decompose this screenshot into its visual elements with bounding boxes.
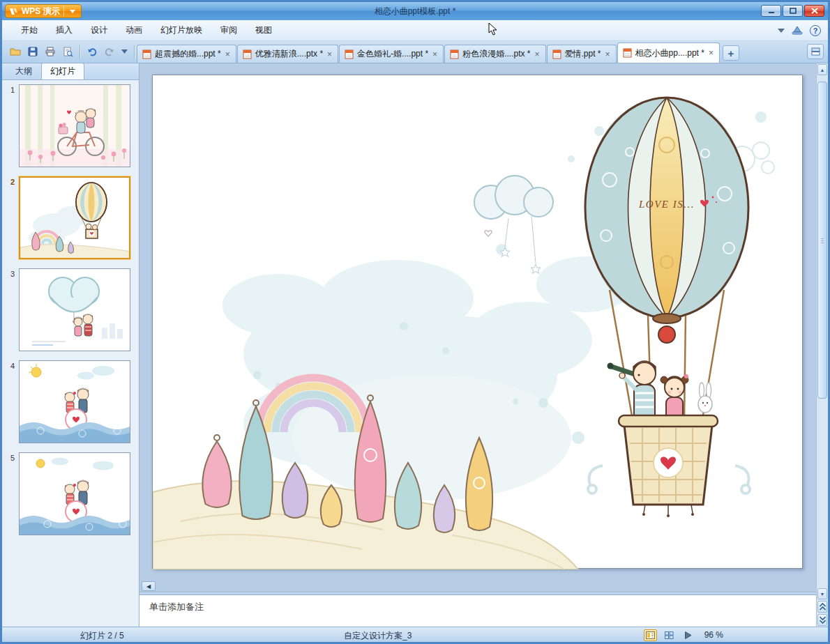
doc-tab-5[interactable]: 爱情.ppt * × [547,45,617,63]
doc-tab-label: 相恋小曲pp....ppt * [635,47,704,59]
app-window: WPS 演示 相恋小曲ppt模板.ppt * 开始 插入 设计 动画 幻灯片放映… [0,0,830,644]
ribbon-collapse-icon[interactable] [778,29,785,33]
menu-item-design[interactable]: 设计 [82,21,116,40]
new-tab-button[interactable]: + [723,45,739,61]
menu-item-review[interactable]: 审阅 [211,21,246,40]
doc-tab-label: 粉色浪漫婚....ptx * [462,48,530,60]
slide-thumbnail-1[interactable]: 1 [2,84,139,167]
document-tabs: 超震撼的婚...ppt * × 优雅清新浪....ptx * × 金色婚礼-婚.… [137,41,720,63]
undo-icon [86,46,98,57]
normal-view-icon [646,631,655,639]
redo-button[interactable] [102,44,117,59]
menu-item-insert[interactable]: 插入 [47,21,82,40]
wps-logo-icon [9,7,18,16]
minimize-button[interactable] [761,5,781,17]
editor-main: LOVE IS... [139,63,816,627]
app-menu-button[interactable]: WPS 演示 [5,4,82,18]
menu-item-view[interactable]: 视图 [246,21,281,40]
doc-tab-label: 金色婚礼-婚....ppt * [357,48,428,60]
ppt-doc-icon [243,49,252,59]
scrollbar-track[interactable] [817,76,828,588]
printer-icon [45,46,56,57]
doc-tab-1[interactable]: 超震撼的婚...ppt * × [137,45,236,63]
thumbnail-image [19,268,130,351]
menubar-right-icons: ? [778,25,821,36]
doc-tab-label: 优雅清新浪....ptx * [255,48,323,60]
slide-thumbnail-2-selected[interactable]: 2 [2,176,139,259]
scroll-up-button[interactable]: ▲ [817,64,827,75]
doc-tab-label: 爱情.ppt * [565,48,601,60]
tab-close-icon[interactable]: × [326,50,333,59]
slide-number: 2 [2,176,19,259]
down-arrow-icon: ▼ [820,592,825,597]
tab-slides[interactable]: 幻灯片 [41,63,84,79]
doc-tab-2[interactable]: 优雅清新浪....ptx * × [237,45,338,63]
notes-placeholder: 单击添加备注 [149,601,204,612]
tab-close-icon[interactable]: × [432,50,438,59]
slide-thumbnail-4[interactable]: 4 [2,360,139,443]
slide-thumbnail-3[interactable]: 3 [2,268,139,351]
new-tab-glyph: + [728,47,734,59]
balloon-basket [619,415,718,517]
normal-view-button[interactable] [644,629,657,641]
tab-close-icon[interactable]: × [534,50,540,59]
save-button[interactable] [25,44,40,59]
thumbnail-image [19,360,130,443]
play-icon [684,631,692,639]
statusbar: 幻灯片 2 / 5 自定义设计方案_3 96 % [2,627,828,642]
close-button[interactable] [804,5,824,17]
window-controls [761,5,824,17]
slide-canvas[interactable]: LOVE IS... [152,75,803,569]
folder-icon [10,46,21,57]
document-tabbar: 超震撼的婚...ppt * × 优雅清新浪....ptx * × 金色婚礼-婚.… [2,41,828,63]
menubar: 开始 插入 设计 动画 幻灯片放映 审阅 视图 ? [2,20,828,41]
open-file-button[interactable] [8,44,23,59]
content-area: 大纲 幻灯片 1 [2,63,828,627]
tab-close-icon[interactable]: × [708,49,714,57]
app-button-label: WPS 演示 [22,6,60,17]
menu-item-home[interactable]: 开始 [12,21,47,40]
next-slide-button[interactable] [817,614,827,626]
app-button-divider [63,6,64,16]
print-preview-button[interactable] [60,44,75,59]
doc-tab-4[interactable]: 粉色浪漫婚....ptx * × [444,45,545,63]
ppt-doc-icon [345,49,354,59]
tab-outline[interactable]: 大纲 [6,63,41,79]
slide-number: 1 [2,84,19,167]
double-chevron-up-icon [820,603,826,611]
panel-tabs: 大纲 幻灯片 [2,63,139,80]
thumbnail-image [19,452,130,535]
undo-button[interactable] [84,44,100,59]
print-preview-icon [62,46,73,57]
design-scheme-label: 自定义设计方案_3 [344,630,412,642]
slide-sorter-button[interactable] [663,629,676,641]
slide-thumbnail-5[interactable]: 5 [2,452,139,535]
help-icon[interactable]: ? [810,25,821,36]
toolbar-more-button[interactable] [119,44,129,59]
tab-close-icon[interactable]: × [605,50,611,59]
previous-slide-button[interactable] [817,601,827,613]
slide-sorter-icon [665,631,674,639]
menu-item-slideshow[interactable]: 幻灯片放映 [151,21,211,40]
ppt-doc-icon [450,49,459,59]
skin-style-icon[interactable] [792,25,803,36]
rabbit [698,383,712,413]
slideshow-button[interactable] [681,629,695,641]
doc-tab-6-active[interactable]: 相恋小曲pp....ppt * × [617,43,720,63]
doc-tab-3[interactable]: 金色婚礼-婚....ppt * × [339,45,444,63]
notes-pane[interactable]: 单击添加备注 [139,595,816,627]
scroll-left-button[interactable]: ◀ [142,581,156,591]
watercolor-clouds [222,256,634,500]
zoom-level[interactable]: 96 % [700,630,723,640]
menu-item-animation[interactable]: 动画 [116,21,151,40]
scrollbar-thumb[interactable] [817,82,827,399]
print-button[interactable] [43,44,58,59]
help-glyph: ? [813,26,818,35]
doc-tab-label: 超震撼的婚...ppt * [155,48,221,60]
scroll-down-button[interactable]: ▼ [817,588,827,599]
arrange-windows-button[interactable] [807,44,824,59]
tab-close-icon[interactable]: × [225,50,231,59]
save-icon [27,46,38,57]
balloon-caption: LOVE IS... [638,199,695,210]
maximize-button[interactable] [783,5,803,17]
